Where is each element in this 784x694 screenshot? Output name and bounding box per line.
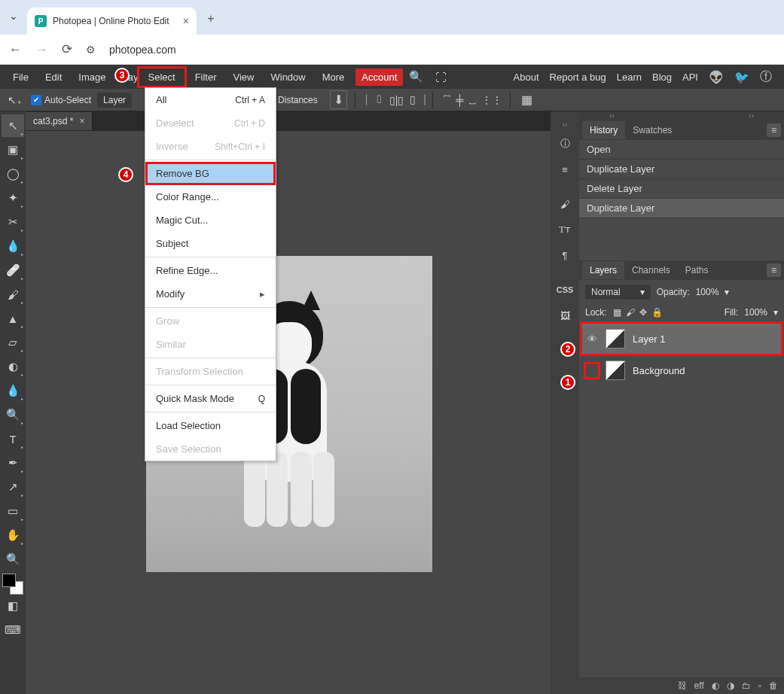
brush-tool[interactable]: 🖌▸	[2, 283, 24, 306]
fullscreen-icon[interactable]: ⛶	[429, 71, 453, 84]
menu-deselect[interactable]: DeselectCtrl + D	[145, 111, 276, 135]
clone-stamp-tool[interactable]: ▲▸	[2, 307, 24, 330]
layer-row[interactable]: Background	[581, 355, 782, 386]
align-middle-icon[interactable]: ╪	[456, 94, 463, 106]
menu-edit[interactable]: Edit	[37, 66, 70, 88]
hand-tool[interactable]: ✋▸	[2, 524, 24, 546]
blend-mode-dropdown[interactable]: Normal▾	[585, 285, 651, 300]
gradient-tool[interactable]: ◐▸	[2, 355, 24, 378]
link-blog[interactable]: Blog	[652, 72, 672, 83]
menu-refine-edge[interactable]: Refine Edge...	[145, 259, 276, 282]
history-item[interactable]: Delete Layer	[579, 179, 784, 199]
align-bottom-icon[interactable]: ⎵	[469, 94, 475, 106]
close-icon[interactable]: ×	[79, 116, 84, 126]
menu-account[interactable]: Account	[355, 68, 403, 86]
tab-paths[interactable]: Paths	[678, 261, 716, 279]
download-icon[interactable]: ⬇	[330, 90, 347, 109]
adjustments-panel-icon[interactable]: ≡	[554, 159, 575, 180]
link-layers-icon[interactable]: ⛓	[678, 680, 687, 691]
align-center-h-icon[interactable]: ▯|▯	[389, 94, 404, 106]
tab-layers[interactable]: Layers	[582, 261, 624, 279]
menu-view[interactable]: View	[225, 66, 263, 88]
quickmask-toggle[interactable]: ◧	[2, 595, 24, 617]
align-left-icon[interactable]: ⎸▯	[366, 93, 383, 106]
tab-channels[interactable]: Channels	[624, 261, 678, 279]
menu-magic-cut[interactable]: Magic Cut...	[145, 209, 276, 232]
facebook-icon[interactable]: ⓕ	[760, 69, 772, 85]
menu-select[interactable]: Select	[137, 66, 187, 88]
new-tab-button[interactable]: +	[200, 8, 222, 30]
menu-window[interactable]: Window	[262, 66, 313, 88]
browser-tab[interactable]: P Photopea | Online Photo Edit ×	[27, 8, 197, 35]
panel-menu-icon[interactable]: ≡	[767, 123, 781, 137]
twitter-icon[interactable]: 🐦	[734, 70, 749, 84]
new-layer-icon[interactable]: ▫	[758, 680, 761, 691]
chevron-down-icon[interactable]: ▾	[773, 307, 778, 318]
menu-color-range[interactable]: Color Range...	[145, 185, 276, 209]
site-settings-icon[interactable]: ⚙	[86, 44, 96, 56]
menu-select-all[interactable]: AllCtrl + A	[145, 88, 276, 111]
info-panel-icon[interactable]: ⓘ	[554, 133, 575, 154]
layer-effects-button[interactable]: eff	[694, 680, 704, 691]
menu-quick-mask-mode[interactable]: Quick Mask ModeQ	[145, 387, 276, 410]
align-right-icon[interactable]: ▯⎹	[410, 93, 425, 106]
keyboard-icon[interactable]: ⌨	[2, 619, 24, 641]
menu-similar[interactable]: Similar	[145, 333, 276, 356]
tab-history[interactable]: History	[582, 121, 625, 139]
url-text[interactable]: photopea.com	[109, 44, 176, 56]
collapse-icon[interactable]: ››	[749, 111, 754, 120]
panel-menu-icon[interactable]: ≡	[767, 263, 781, 277]
history-item[interactable]: Duplicate Layer	[579, 160, 784, 179]
shape-tool[interactable]: ▭▸	[2, 500, 24, 522]
link-learn[interactable]: Learn	[617, 72, 642, 83]
history-item[interactable]: Duplicate Layer	[579, 199, 784, 218]
reload-button[interactable]: ⟳	[62, 41, 72, 57]
visibility-toggle[interactable]: 👁	[586, 333, 598, 345]
tabs-dropdown-button[interactable]: ⌄	[0, 5, 27, 27]
menu-image[interactable]: Image	[70, 66, 114, 88]
type-tool[interactable]: T▸	[2, 428, 24, 450]
close-icon[interactable]: ×	[183, 15, 189, 27]
link-api[interactable]: API	[682, 72, 698, 83]
color-swatches[interactable]	[2, 574, 23, 595]
search-icon[interactable]: 🔍	[403, 70, 429, 84]
menu-transform-selection[interactable]: Transform Selection	[145, 360, 276, 383]
layer-name[interactable]: Layer 1	[633, 333, 665, 345]
grid-view-icon[interactable]: ▦	[521, 93, 532, 107]
menu-load-selection[interactable]: Load Selection	[145, 414, 276, 437]
tab-swatches[interactable]: Swatches	[625, 121, 679, 139]
fill-value[interactable]: 100%	[744, 307, 767, 318]
reddit-icon[interactable]: 👽	[709, 70, 724, 84]
layer-thumbnail[interactable]	[606, 329, 625, 349]
forward-button[interactable]: →	[35, 42, 48, 57]
history-item[interactable]: Open	[579, 140, 784, 160]
link-about[interactable]: About	[514, 72, 539, 83]
layer-name[interactable]: Background	[633, 365, 685, 376]
blur-tool[interactable]: 💧▸	[2, 379, 24, 402]
align-top-icon[interactable]: ⎴	[444, 94, 450, 106]
character-panel-icon[interactable]: Tᴛ	[554, 219, 575, 240]
foreground-color-swatch[interactable]	[2, 574, 16, 587]
opacity-value[interactable]: 100%	[696, 287, 719, 297]
chevron-down-icon[interactable]: ▾	[725, 287, 729, 297]
distribute-icon[interactable]: ⋮⋮	[481, 94, 502, 106]
paragraph-panel-icon[interactable]: ¶	[554, 245, 575, 266]
pen-tool[interactable]: ✒▸	[2, 452, 24, 474]
image-panel-icon[interactable]: 🖼	[554, 305, 575, 326]
eyedropper-tool[interactable]: 💧▸	[2, 235, 24, 257]
visibility-toggle[interactable]	[586, 364, 598, 377]
menu-filter[interactable]: Filter	[187, 66, 225, 88]
back-button[interactable]: ←	[9, 42, 22, 57]
auto-select-scope-dropdown[interactable]: Layer	[97, 93, 132, 108]
lasso-tool[interactable]: ◯▸	[2, 163, 24, 185]
layer-mask-icon[interactable]: ◐	[712, 680, 719, 691]
path-select-tool[interactable]: ↗▸	[2, 476, 24, 498]
menu-save-selection[interactable]: Save Selection	[145, 437, 276, 461]
menu-remove-bg[interactable]: Remove BG	[145, 162, 276, 185]
adjustment-layer-icon[interactable]: ◑	[727, 680, 734, 691]
canvas-area[interactable]	[26, 131, 551, 694]
dodge-tool[interactable]: 🔍▸	[2, 403, 24, 426]
lock-paint-icon[interactable]: 🖌	[626, 307, 635, 318]
menu-grow[interactable]: Grow	[145, 309, 276, 333]
magic-wand-tool[interactable]: ✦▸	[2, 187, 24, 209]
